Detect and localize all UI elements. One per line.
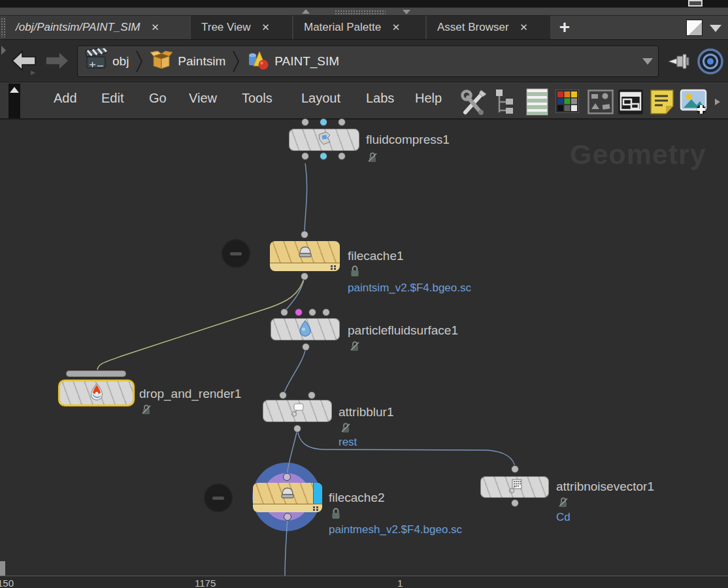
tree-hierarchy-icon[interactable] <box>495 89 516 119</box>
cache-grid-icon <box>331 265 337 270</box>
pane-splitter[interactable] <box>0 7 728 16</box>
pane-tab-bar: /obj/Paintsim/PAINT_SIM ✕ Tree View ✕ Ma… <box>0 16 728 40</box>
node-attribnoisevector1[interactable] <box>480 476 549 498</box>
background-image-icon[interactable] <box>680 88 708 118</box>
filecache-icon <box>279 483 296 503</box>
display-flag-stripe[interactable] <box>313 483 322 504</box>
lock-badge-icon <box>331 507 341 522</box>
context-watermark: Geometry <box>570 139 706 171</box>
pin-pane-icon[interactable] <box>667 49 691 76</box>
window-top-strip <box>0 0 728 7</box>
node-file-path[interactable]: paintsim_v2.$F4.bgeo.sc <box>348 282 471 295</box>
tab-close-icon[interactable]: ✕ <box>147 22 164 33</box>
path-toolbar: obj Paintsim <box>0 40 728 82</box>
splitter-grip[interactable] <box>335 10 386 14</box>
node-drop-and-render1[interactable] <box>58 380 135 406</box>
overflow-arrow-icon[interactable] <box>714 97 721 108</box>
menu-help[interactable]: Help <box>415 91 442 106</box>
node-label: drop_and_render1 <box>139 387 241 401</box>
forward-button[interactable] <box>43 50 71 74</box>
node-label: fluidcompress1 <box>366 133 450 147</box>
node-filecache1[interactable] <box>270 241 340 271</box>
tab-label: Tree View <box>191 21 257 34</box>
breadcrumb-separator-icon <box>232 46 240 76</box>
splitter-up-icon[interactable] <box>302 9 310 14</box>
back-history-arrow-icon[interactable] <box>30 67 36 78</box>
filecache-footer <box>253 504 322 512</box>
tab-bar-grip[interactable] <box>1 18 5 37</box>
sticky-note-icon[interactable] <box>648 88 676 118</box>
attribblur-icon <box>289 401 306 421</box>
node-filecache2[interactable] <box>253 483 322 512</box>
bypass-badge <box>205 485 231 511</box>
follow-network-icon[interactable] <box>697 48 724 78</box>
breadcrumb-separator-icon <box>135 46 143 76</box>
obj-context-icon <box>84 48 108 75</box>
path-dropdown-icon[interactable] <box>642 46 653 76</box>
tab-close-icon[interactable]: ✕ <box>516 22 533 33</box>
tab-close-icon[interactable]: ✕ <box>388 22 405 33</box>
attribnoisevector-icon <box>506 478 523 497</box>
node-label: attribnoisevector1 <box>556 480 654 494</box>
scroll-corner <box>0 561 5 576</box>
filecache-footer <box>270 263 340 271</box>
breadcrumb-paint-sim[interactable]: PAINT_SIM <box>240 46 346 76</box>
node-shapes-icon[interactable] <box>587 90 614 117</box>
lock-badge-icon <box>142 404 151 417</box>
pane-expand-arrow-icon[interactable] <box>1 45 7 58</box>
ruler-value: 150 <box>0 578 14 588</box>
collapse-up-icon <box>10 87 19 93</box>
splitter-down-icon[interactable] <box>403 10 410 14</box>
tab-label: Asset Browser <box>427 21 516 34</box>
node-attribute-label[interactable]: Cd <box>556 511 571 524</box>
tab-network-editor[interactable]: /obj/Paintsim/PAINT_SIM ✕ <box>5 16 190 39</box>
menu-view[interactable]: View <box>189 91 217 106</box>
breadcrumb-label: PAINT_SIM <box>274 54 339 69</box>
network-editor-canvas[interactable] <box>0 120 728 576</box>
drop-and-render-icon <box>88 383 106 404</box>
particlefluidsurface-icon <box>297 319 314 339</box>
path-field[interactable]: obj Paintsim <box>77 46 659 77</box>
breadcrumb-label: Paintsim <box>178 54 225 69</box>
status-ruler-bar: 150 1175 1 <box>0 576 728 588</box>
subnet-box-icon <box>150 48 173 75</box>
node-particlefluidsurface1[interactable] <box>271 318 340 340</box>
node-file-path[interactable]: paintmesh_v2.$F4.bgeo.sc <box>329 523 462 536</box>
bypass-badge <box>223 240 249 267</box>
node-attribute-label[interactable]: rest <box>339 436 357 449</box>
node-list-icon[interactable] <box>525 88 549 119</box>
pane-menu-icon[interactable] <box>710 25 721 32</box>
lock-badge-icon <box>341 422 350 436</box>
tab-label: Material Palette <box>293 21 388 34</box>
filecache-icon <box>297 242 314 262</box>
drop-and-render-input-bar[interactable] <box>66 370 126 377</box>
breadcrumb-obj[interactable]: obj <box>78 46 135 76</box>
menu-edit[interactable]: Edit <box>101 91 124 106</box>
pane-maximize-icon[interactable] <box>686 20 703 36</box>
tab-tree-view[interactable]: Tree View ✕ <box>191 16 292 39</box>
node-attribblur1[interactable] <box>263 400 332 422</box>
cache-grid-icon <box>313 506 319 511</box>
customize-tools-icon[interactable] <box>459 88 489 119</box>
breadcrumb-label: obj <box>112 54 129 69</box>
color-palette-icon[interactable] <box>555 90 579 116</box>
tab-asset-browser[interactable]: Asset Browser ✕ <box>427 16 550 39</box>
collapse-menu-strip[interactable] <box>8 84 20 118</box>
menu-go[interactable]: Go <box>149 91 167 106</box>
menu-tools[interactable]: Tools <box>242 91 273 106</box>
tab-material-palette[interactable]: Material Palette ✕ <box>293 16 425 39</box>
tab-close-icon[interactable]: ✕ <box>257 22 274 33</box>
ruler-value: 1 <box>397 578 403 588</box>
ruler-value: 1175 <box>195 578 216 588</box>
node-label: particlefluidsurface1 <box>348 323 458 338</box>
menu-layout[interactable]: Layout <box>301 91 340 106</box>
lock-badge-icon <box>368 152 377 165</box>
menu-add[interactable]: Add <box>54 91 77 106</box>
geometry-node-icon <box>246 48 270 75</box>
breadcrumb-paintsim[interactable]: Paintsim <box>143 46 232 76</box>
new-tab-button[interactable]: + <box>553 16 576 39</box>
menu-labs[interactable]: Labs <box>366 91 394 106</box>
network-box-icon[interactable] <box>618 90 643 117</box>
pane-corner-box[interactable] <box>688 0 703 7</box>
node-fluidcompress1[interactable] <box>289 129 359 151</box>
